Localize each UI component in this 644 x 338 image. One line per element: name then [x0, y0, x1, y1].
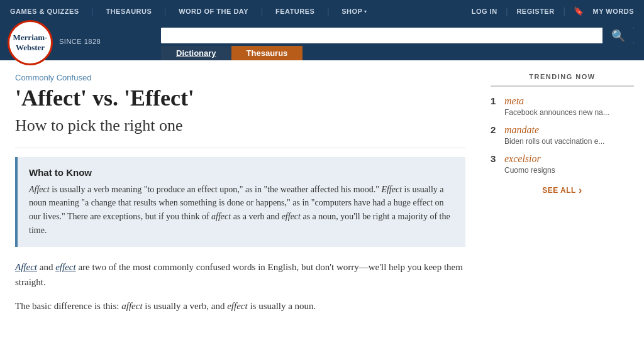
search-input[interactable] [161, 28, 602, 43]
main-wrapper: Commonly Confused 'Affect' vs. 'Effect' … [0, 60, 644, 335]
what-to-know-box: What to Know Affect is usually a verb me… [15, 157, 465, 248]
nav-divider-1: | [92, 6, 94, 16]
affect-link[interactable]: Affect [15, 262, 37, 272]
tab-thesaurus[interactable]: Thesaurus [231, 46, 303, 60]
nav-register[interactable]: Register [516, 8, 554, 15]
nav-divider-3: | [261, 6, 263, 16]
nav-login[interactable]: Log In [472, 8, 497, 15]
logo-line2: Webster [13, 43, 48, 53]
nav-word-of-day[interactable]: Word of the Day [179, 8, 248, 15]
header: Merriam- Webster SINCE 1828 🔍 Dictionary… [0, 23, 644, 60]
effect-inline: effect [227, 301, 247, 311]
logo-circle[interactable]: Merriam- Webster [8, 20, 53, 65]
trending-item-3: 3 excelsior Cuomo resigns [491, 153, 634, 175]
trending-rank-1: 1 [491, 95, 499, 106]
top-navigation: Games & Quizzes | Thesaurus | Word of th… [0, 0, 644, 23]
trending-item-2: 2 mandate Biden rolls out vaccination e.… [491, 124, 634, 146]
since-text: SINCE 1828 [59, 38, 101, 45]
article-title: 'Affect' vs. 'Effect' [15, 86, 465, 111]
nav-games-quizzes[interactable]: Games & Quizzes [10, 8, 79, 15]
affect-inline: affect [121, 301, 142, 311]
trending-desc-1: Facebook announces new na... [491, 108, 634, 117]
logo-text: Merriam- Webster [13, 33, 48, 52]
article-subtitle: How to pick the right one [15, 116, 465, 135]
tab-dictionary[interactable]: Dictionary [161, 46, 231, 60]
body-paragraph-1: Affect and effect are two of the most co… [15, 259, 465, 290]
trending-desc-3: Cuomo resigns [491, 166, 634, 175]
sidebar: Trending Now 1 meta Facebook announces n… [480, 60, 644, 335]
nav-divider-4: | [327, 6, 329, 16]
search-bar: 🔍 [161, 28, 634, 43]
tabs-row: Dictionary Thesaurus [161, 46, 634, 60]
logo-area: Merriam- Webster SINCE 1828 [0, 23, 151, 60]
trending-row-1: 1 meta [491, 95, 634, 107]
nav-divider-5: | [506, 6, 508, 16]
top-nav-right: Log In | Register | 🔖 My Words [472, 6, 634, 16]
search-icon: 🔍 [611, 29, 625, 43]
see-all-label: SEE ALL [542, 186, 576, 195]
trending-row-3: 3 excelsior [491, 153, 634, 165]
search-button[interactable]: 🔍 [602, 28, 634, 43]
nav-my-words[interactable]: My Words [592, 8, 634, 15]
content-area: Commonly Confused 'Affect' vs. 'Effect' … [0, 60, 480, 335]
what-to-know-heading: What to Know [29, 167, 454, 178]
see-all-button[interactable]: SEE ALL › [491, 185, 634, 196]
chevron-right-icon: › [579, 185, 582, 196]
article-category: Commonly Confused [15, 73, 465, 82]
nav-divider-6: | [564, 6, 565, 16]
effect-term-1: Effect [381, 185, 402, 194]
trending-word-2[interactable]: mandate [504, 124, 539, 136]
nav-shop-label[interactable]: Shop [341, 8, 362, 15]
nav-features[interactable]: Features [275, 8, 314, 15]
top-nav-left: Games & Quizzes | Thesaurus | Word of th… [10, 6, 367, 16]
trending-rank-2: 2 [491, 124, 499, 135]
bookmark-icon: 🔖 [574, 6, 584, 16]
trending-word-1[interactable]: meta [504, 95, 524, 107]
shop-chevron-icon: ▾ [364, 9, 367, 14]
what-to-know-text: Affect is usually a verb meaning "to pro… [29, 183, 454, 237]
effect-link[interactable]: effect [55, 262, 75, 272]
body-paragraph-2: The basic difference is this: affect is … [15, 298, 465, 313]
trending-divider [491, 85, 634, 87]
trending-word-3[interactable]: excelsior [504, 153, 541, 165]
nav-shop[interactable]: Shop ▾ [341, 8, 367, 15]
trending-title: Trending Now [491, 73, 634, 80]
effect-term-2: effect [282, 212, 301, 221]
affect-term-2: affect [211, 212, 231, 221]
nav-divider-2: | [164, 6, 166, 16]
affect-term-1: Affect [29, 185, 50, 194]
divider [15, 148, 465, 148]
logo-line1: Merriam- [13, 33, 48, 43]
trending-rank-3: 3 [491, 153, 499, 164]
nav-thesaurus[interactable]: Thesaurus [106, 8, 152, 15]
trending-item-1: 1 meta Facebook announces new na... [491, 95, 634, 117]
trending-desc-2: Biden rolls out vaccination e... [491, 137, 634, 146]
search-area: 🔍 Dictionary Thesaurus [151, 23, 644, 60]
trending-row-2: 2 mandate [491, 124, 634, 136]
